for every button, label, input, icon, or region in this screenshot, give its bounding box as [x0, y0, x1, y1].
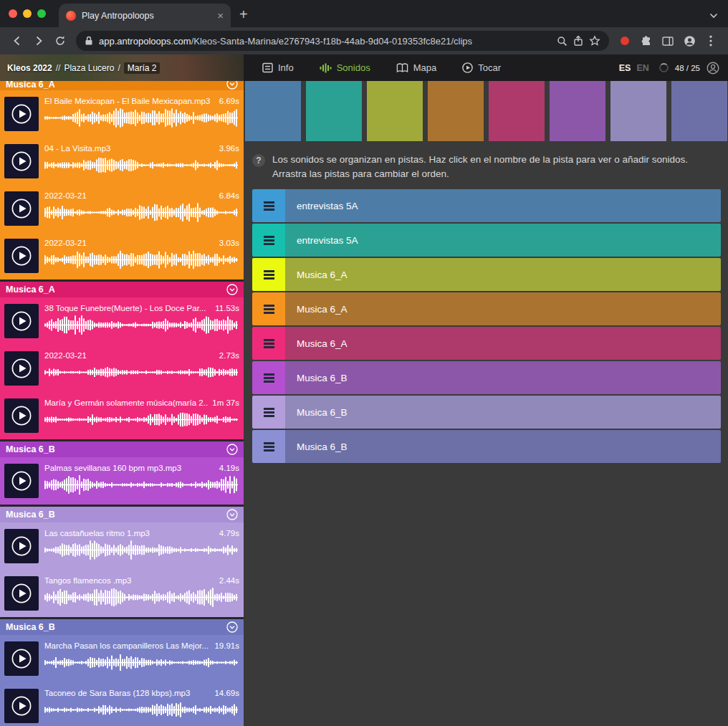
clip-row[interactable]: Las castañuelas ritmo 1.mp34.79s — [0, 522, 244, 570]
track-name-bar[interactable]: Musica 6_A — [285, 292, 721, 325]
clip-row[interactable]: El Baile Mexicapan - El Baile Mexicapan.… — [0, 90, 244, 138]
back-button[interactable] — [7, 31, 27, 51]
bookmark-star-icon[interactable] — [589, 35, 600, 47]
clip-row[interactable]: 04 - La Visita.mp33.96s — [0, 138, 244, 185]
lang-es[interactable]: ES — [619, 63, 631, 73]
track-row[interactable]: Musica 6_B — [252, 430, 721, 463]
track-name-bar[interactable]: Musica 6_A — [285, 327, 721, 360]
expand-section-icon[interactable] — [226, 621, 238, 633]
track-row[interactable]: Musica 6_B — [252, 396, 721, 429]
clip-body: 2022-03-216.84s — [44, 191, 239, 226]
track-name-bar[interactable]: Musica 6_B — [285, 430, 721, 463]
clip-row[interactable]: María y Germán solamente música(maría 2.… — [0, 392, 244, 439]
waveform — [44, 156, 238, 175]
nav-sonidos[interactable]: Sonidos — [320, 62, 370, 73]
track-column-swatch[interactable] — [671, 81, 727, 141]
tab-close-icon[interactable]: × — [217, 10, 224, 21]
clip-row[interactable]: Palmas sevillanas 160 bpm mp3.mp34.19s — [0, 457, 244, 505]
breadcrumb-group[interactable]: Plaza Lucero — [64, 63, 114, 73]
clip-row[interactable]: 2022-03-216.84s — [0, 185, 244, 232]
track-drag-handle[interactable] — [252, 327, 285, 360]
track-column-swatch[interactable] — [428, 81, 484, 141]
browser-menu-icon[interactable] — [701, 31, 721, 51]
play-clip-button[interactable] — [4, 641, 39, 676]
track-row[interactable]: Musica 6_A — [252, 258, 721, 291]
play-clip-button[interactable] — [4, 304, 39, 338]
profile-avatar-icon[interactable] — [679, 31, 699, 51]
track-column-swatch[interactable] — [610, 81, 666, 141]
side-panel-icon[interactable] — [658, 31, 678, 51]
play-clip-button[interactable] — [4, 239, 39, 273]
address-bar[interactable]: app.antropoloops.com/Kleos-Santa-Marina/… — [76, 31, 609, 51]
expand-section-icon[interactable] — [226, 284, 238, 295]
section-header[interactable]: Musica 6_B — [0, 507, 244, 522]
play-clip-button[interactable] — [4, 398, 39, 433]
play-clip-button[interactable] — [4, 529, 39, 563]
browser-tab[interactable]: Play Antropoloops × — [59, 4, 231, 27]
extensions-puzzle-icon[interactable] — [636, 31, 656, 51]
zoom-icon[interactable] — [557, 36, 567, 47]
track-drag-handle[interactable] — [252, 292, 285, 325]
breadcrumb-project[interactable]: Kleos 2022 — [7, 63, 52, 73]
expand-section-icon[interactable] — [226, 509, 238, 520]
track-row[interactable]: Musica 6_A — [252, 327, 721, 360]
expand-section-icon[interactable] — [226, 444, 238, 455]
track-column-swatch[interactable] — [550, 81, 605, 141]
track-row[interactable]: entrevistas 5A — [252, 189, 721, 222]
track-drag-handle[interactable] — [252, 430, 285, 463]
play-clip-button[interactable] — [4, 144, 39, 178]
track-column-swatch[interactable] — [245, 81, 301, 141]
new-tab-button[interactable]: + — [239, 7, 248, 22]
fullscreen-window-button[interactable] — [37, 9, 46, 18]
play-clip-button[interactable] — [4, 351, 39, 386]
track-name-bar[interactable]: Musica 6_B — [285, 361, 721, 394]
clip-row[interactable]: 2022-03-212.73s — [0, 345, 244, 392]
track-row[interactable]: entrevistas 5A — [252, 224, 721, 257]
play-clip-button[interactable] — [4, 576, 39, 611]
tab-search-chevron-icon[interactable] — [709, 9, 718, 22]
track-name-bar[interactable]: Musica 6_A — [285, 258, 721, 291]
track-column-swatch[interactable] — [489, 81, 545, 141]
clip-row[interactable]: Taconeo de Sara Baras (128 kbps).mp314.6… — [0, 682, 244, 726]
clip-title: Palmas sevillanas 160 bpm mp3.mp3 — [44, 464, 215, 472]
nav-tocar[interactable]: Tocar — [462, 62, 501, 73]
track-row[interactable]: Musica 6_B — [252, 361, 721, 394]
track-name-bar[interactable]: Musica 6_B — [285, 396, 721, 429]
clip-row[interactable]: 2022-03-213.03s — [0, 232, 244, 280]
track-drag-handle[interactable] — [252, 189, 285, 222]
clip-row[interactable]: 38 Toque Funebre(Muerte) - Los Doce Par.… — [0, 297, 244, 345]
url-text[interactable]: app.antropoloops.com/Kleos-Santa-Marina/… — [99, 36, 472, 47]
minimize-window-button[interactable] — [23, 9, 32, 18]
forward-button[interactable] — [29, 31, 49, 51]
breadcrumb-session[interactable]: María 2 — [124, 62, 161, 74]
track-drag-handle[interactable] — [252, 258, 285, 291]
clip-row[interactable]: Marcha Pasan los campanilleros Las Mejor… — [0, 635, 244, 682]
track-name-label: Musica 6_A — [297, 304, 348, 315]
track-drag-handle[interactable] — [252, 361, 285, 394]
close-window-button[interactable] — [9, 9, 17, 18]
track-column-swatch[interactable] — [367, 81, 423, 141]
play-clip-button[interactable] — [4, 97, 39, 131]
nav-mapa[interactable]: Mapa — [396, 62, 437, 73]
clip-row[interactable]: Tangos flamencos .mp32.44s — [0, 570, 244, 617]
section-header[interactable]: Musica 6_A — [0, 282, 244, 297]
expand-section-icon[interactable] — [226, 81, 238, 90]
track-row[interactable]: Musica 6_A — [252, 292, 721, 325]
share-icon[interactable] — [573, 35, 583, 47]
play-clip-button[interactable] — [4, 689, 39, 723]
recording-indicator-icon[interactable] — [621, 37, 629, 45]
nav-info[interactable]: Info — [262, 62, 294, 73]
user-account-icon[interactable] — [707, 62, 719, 75]
track-name-bar[interactable]: entrevistas 5A — [285, 224, 721, 257]
reload-button[interactable] — [50, 31, 70, 51]
track-name-bar[interactable]: entrevistas 5A — [285, 189, 721, 222]
track-drag-handle[interactable] — [252, 224, 285, 257]
play-clip-button[interactable] — [4, 191, 39, 226]
section-header[interactable]: Musica 6_A — [0, 81, 244, 90]
section-header[interactable]: Musica 6_B — [0, 441, 244, 457]
track-column-swatch[interactable] — [306, 81, 362, 141]
section-header[interactable]: Musica 6_B — [0, 619, 244, 635]
play-clip-button[interactable] — [4, 464, 39, 498]
track-drag-handle[interactable] — [252, 396, 285, 429]
lang-en[interactable]: EN — [636, 63, 648, 73]
